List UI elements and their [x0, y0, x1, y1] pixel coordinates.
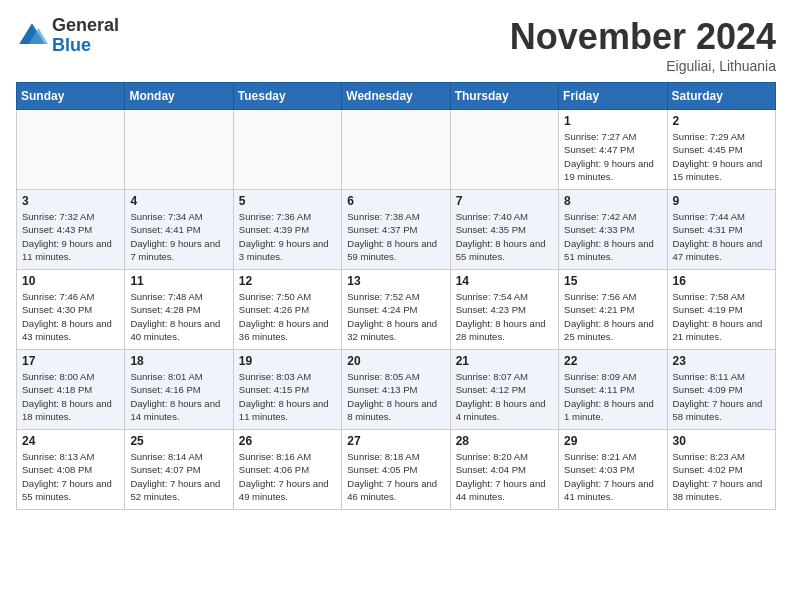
- day-number: 27: [347, 434, 444, 448]
- calendar-cell: 11Sunrise: 7:48 AM Sunset: 4:28 PM Dayli…: [125, 270, 233, 350]
- calendar-cell: [125, 110, 233, 190]
- calendar-cell: 22Sunrise: 8:09 AM Sunset: 4:11 PM Dayli…: [559, 350, 667, 430]
- day-number: 12: [239, 274, 336, 288]
- day-number: 14: [456, 274, 553, 288]
- calendar-cell: 25Sunrise: 8:14 AM Sunset: 4:07 PM Dayli…: [125, 430, 233, 510]
- calendar-cell: 17Sunrise: 8:00 AM Sunset: 4:18 PM Dayli…: [17, 350, 125, 430]
- logo-text: General Blue: [52, 16, 119, 56]
- day-number: 16: [673, 274, 770, 288]
- day-info: Sunrise: 7:40 AM Sunset: 4:35 PM Dayligh…: [456, 210, 553, 263]
- calendar-cell: 7Sunrise: 7:40 AM Sunset: 4:35 PM Daylig…: [450, 190, 558, 270]
- calendar-cell: 24Sunrise: 8:13 AM Sunset: 4:08 PM Dayli…: [17, 430, 125, 510]
- day-info: Sunrise: 8:11 AM Sunset: 4:09 PM Dayligh…: [673, 370, 770, 423]
- day-number: 29: [564, 434, 661, 448]
- day-info: Sunrise: 7:52 AM Sunset: 4:24 PM Dayligh…: [347, 290, 444, 343]
- calendar-cell: 28Sunrise: 8:20 AM Sunset: 4:04 PM Dayli…: [450, 430, 558, 510]
- calendar-cell: 13Sunrise: 7:52 AM Sunset: 4:24 PM Dayli…: [342, 270, 450, 350]
- location: Eiguliai, Lithuania: [510, 58, 776, 74]
- calendar-cell: 12Sunrise: 7:50 AM Sunset: 4:26 PM Dayli…: [233, 270, 341, 350]
- day-info: Sunrise: 7:32 AM Sunset: 4:43 PM Dayligh…: [22, 210, 119, 263]
- day-number: 20: [347, 354, 444, 368]
- calendar-cell: 21Sunrise: 8:07 AM Sunset: 4:12 PM Dayli…: [450, 350, 558, 430]
- day-number: 1: [564, 114, 661, 128]
- day-info: Sunrise: 8:07 AM Sunset: 4:12 PM Dayligh…: [456, 370, 553, 423]
- day-number: 19: [239, 354, 336, 368]
- logo-blue: Blue: [52, 36, 119, 56]
- calendar-cell: 18Sunrise: 8:01 AM Sunset: 4:16 PM Dayli…: [125, 350, 233, 430]
- week-row-5: 24Sunrise: 8:13 AM Sunset: 4:08 PM Dayli…: [17, 430, 776, 510]
- weekday-header-saturday: Saturday: [667, 83, 775, 110]
- weekday-header-monday: Monday: [125, 83, 233, 110]
- day-info: Sunrise: 7:36 AM Sunset: 4:39 PM Dayligh…: [239, 210, 336, 263]
- month-title: November 2024: [510, 16, 776, 58]
- calendar-cell: 5Sunrise: 7:36 AM Sunset: 4:39 PM Daylig…: [233, 190, 341, 270]
- day-info: Sunrise: 8:03 AM Sunset: 4:15 PM Dayligh…: [239, 370, 336, 423]
- calendar-cell: 26Sunrise: 8:16 AM Sunset: 4:06 PM Dayli…: [233, 430, 341, 510]
- day-info: Sunrise: 7:44 AM Sunset: 4:31 PM Dayligh…: [673, 210, 770, 263]
- day-info: Sunrise: 7:42 AM Sunset: 4:33 PM Dayligh…: [564, 210, 661, 263]
- calendar-cell: 9Sunrise: 7:44 AM Sunset: 4:31 PM Daylig…: [667, 190, 775, 270]
- day-info: Sunrise: 8:18 AM Sunset: 4:05 PM Dayligh…: [347, 450, 444, 503]
- calendar-cell: 20Sunrise: 8:05 AM Sunset: 4:13 PM Dayli…: [342, 350, 450, 430]
- day-info: Sunrise: 8:14 AM Sunset: 4:07 PM Dayligh…: [130, 450, 227, 503]
- day-number: 13: [347, 274, 444, 288]
- day-number: 9: [673, 194, 770, 208]
- day-number: 25: [130, 434, 227, 448]
- weekday-header-row: SundayMondayTuesdayWednesdayThursdayFrid…: [17, 83, 776, 110]
- calendar-cell: 4Sunrise: 7:34 AM Sunset: 4:41 PM Daylig…: [125, 190, 233, 270]
- day-info: Sunrise: 7:58 AM Sunset: 4:19 PM Dayligh…: [673, 290, 770, 343]
- day-number: 11: [130, 274, 227, 288]
- week-row-2: 3Sunrise: 7:32 AM Sunset: 4:43 PM Daylig…: [17, 190, 776, 270]
- day-info: Sunrise: 8:13 AM Sunset: 4:08 PM Dayligh…: [22, 450, 119, 503]
- week-row-4: 17Sunrise: 8:00 AM Sunset: 4:18 PM Dayli…: [17, 350, 776, 430]
- weekday-header-friday: Friday: [559, 83, 667, 110]
- calendar-cell: 27Sunrise: 8:18 AM Sunset: 4:05 PM Dayli…: [342, 430, 450, 510]
- day-number: 17: [22, 354, 119, 368]
- day-info: Sunrise: 8:23 AM Sunset: 4:02 PM Dayligh…: [673, 450, 770, 503]
- calendar-cell: [17, 110, 125, 190]
- calendar-cell: 16Sunrise: 7:58 AM Sunset: 4:19 PM Dayli…: [667, 270, 775, 350]
- weekday-header-sunday: Sunday: [17, 83, 125, 110]
- calendar-cell: 3Sunrise: 7:32 AM Sunset: 4:43 PM Daylig…: [17, 190, 125, 270]
- header: General Blue November 2024 Eiguliai, Lit…: [16, 16, 776, 74]
- day-number: 7: [456, 194, 553, 208]
- day-info: Sunrise: 8:01 AM Sunset: 4:16 PM Dayligh…: [130, 370, 227, 423]
- day-number: 26: [239, 434, 336, 448]
- calendar-cell: 2Sunrise: 7:29 AM Sunset: 4:45 PM Daylig…: [667, 110, 775, 190]
- day-number: 24: [22, 434, 119, 448]
- day-info: Sunrise: 7:27 AM Sunset: 4:47 PM Dayligh…: [564, 130, 661, 183]
- day-number: 21: [456, 354, 553, 368]
- day-number: 2: [673, 114, 770, 128]
- day-info: Sunrise: 7:48 AM Sunset: 4:28 PM Dayligh…: [130, 290, 227, 343]
- calendar-cell: [450, 110, 558, 190]
- day-info: Sunrise: 7:54 AM Sunset: 4:23 PM Dayligh…: [456, 290, 553, 343]
- day-number: 18: [130, 354, 227, 368]
- logo: General Blue: [16, 16, 119, 56]
- day-info: Sunrise: 8:00 AM Sunset: 4:18 PM Dayligh…: [22, 370, 119, 423]
- calendar-cell: 10Sunrise: 7:46 AM Sunset: 4:30 PM Dayli…: [17, 270, 125, 350]
- logo-icon: [16, 20, 48, 52]
- calendar-cell: [233, 110, 341, 190]
- calendar-cell: 1Sunrise: 7:27 AM Sunset: 4:47 PM Daylig…: [559, 110, 667, 190]
- day-number: 6: [347, 194, 444, 208]
- day-number: 15: [564, 274, 661, 288]
- day-number: 3: [22, 194, 119, 208]
- day-number: 10: [22, 274, 119, 288]
- day-number: 22: [564, 354, 661, 368]
- calendar-cell: 8Sunrise: 7:42 AM Sunset: 4:33 PM Daylig…: [559, 190, 667, 270]
- calendar-cell: [342, 110, 450, 190]
- week-row-3: 10Sunrise: 7:46 AM Sunset: 4:30 PM Dayli…: [17, 270, 776, 350]
- weekday-header-thursday: Thursday: [450, 83, 558, 110]
- day-number: 8: [564, 194, 661, 208]
- day-info: Sunrise: 7:34 AM Sunset: 4:41 PM Dayligh…: [130, 210, 227, 263]
- day-info: Sunrise: 8:09 AM Sunset: 4:11 PM Dayligh…: [564, 370, 661, 423]
- day-number: 28: [456, 434, 553, 448]
- day-info: Sunrise: 7:46 AM Sunset: 4:30 PM Dayligh…: [22, 290, 119, 343]
- calendar-cell: 30Sunrise: 8:23 AM Sunset: 4:02 PM Dayli…: [667, 430, 775, 510]
- day-info: Sunrise: 7:56 AM Sunset: 4:21 PM Dayligh…: [564, 290, 661, 343]
- day-info: Sunrise: 8:20 AM Sunset: 4:04 PM Dayligh…: [456, 450, 553, 503]
- title-section: November 2024 Eiguliai, Lithuania: [510, 16, 776, 74]
- day-info: Sunrise: 7:50 AM Sunset: 4:26 PM Dayligh…: [239, 290, 336, 343]
- weekday-header-wednesday: Wednesday: [342, 83, 450, 110]
- day-info: Sunrise: 8:16 AM Sunset: 4:06 PM Dayligh…: [239, 450, 336, 503]
